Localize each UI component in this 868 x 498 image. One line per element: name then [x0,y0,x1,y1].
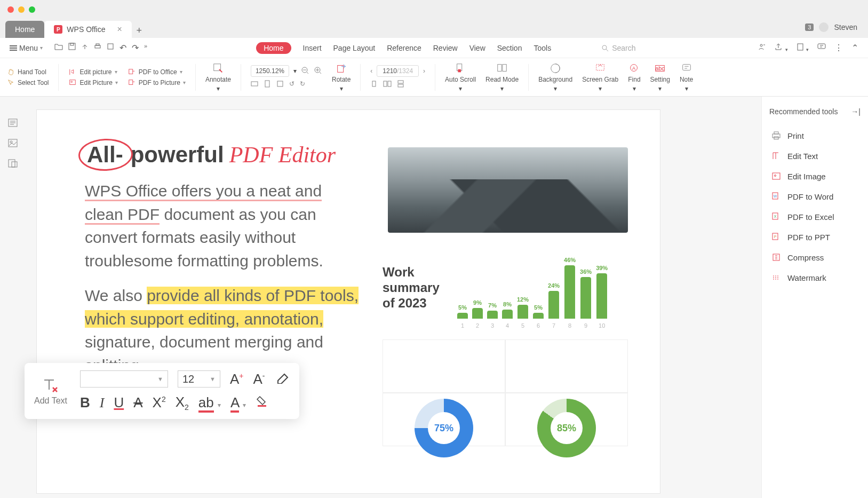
eraser-icon[interactable] [275,371,290,388]
sidebar-item-edit-image[interactable]: Edit Image [769,166,861,186]
rotate-button[interactable]: Rotate▾ [332,62,351,92]
zoom-in-icon[interactable] [314,66,322,76]
sidebar-item-print[interactable]: Print [769,125,861,146]
actual-size-icon[interactable] [276,80,284,89]
strikethrough-icon[interactable]: A [133,394,142,411]
thumbnail-icon[interactable] [7,138,18,150]
share-icon[interactable] [757,43,766,53]
superscript-icon[interactable]: X2 [153,394,166,411]
setting-button[interactable]: abc Setting▾ [650,62,670,92]
sidebar-item-edit-text[interactable]: Edit Text [769,146,861,166]
fit-page-icon[interactable] [264,80,271,89]
clipboard-icon[interactable]: ▾ [797,43,809,53]
highlight-icon[interactable]: ab ▾ [198,394,221,411]
menu-button[interactable]: Menu ▾ [5,42,47,54]
ribbon-review[interactable]: Review [433,44,458,52]
read-mode-button[interactable]: Read Mode▾ [485,62,519,92]
text-edit-toolbar[interactable]: Add Text ▼ 12▼ A+ A- B I U A X2 X2 ab ▾ … [25,363,299,419]
sidebar-item-compress[interactable]: Compress [769,247,861,267]
open-icon[interactable] [54,43,63,53]
upload-icon[interactable]: ▾ [774,43,787,53]
rotate-right-icon[interactable]: ↻ [300,80,305,89]
decrease-font-icon[interactable]: A- [253,371,265,388]
fit-width-icon[interactable] [251,80,258,89]
avatar[interactable] [819,22,829,32]
page-number[interactable]: 1210/1324 [377,65,419,77]
svg-rect-12 [129,80,133,84]
single-page-icon[interactable] [370,80,378,89]
collapse-icon[interactable]: ⌃ [851,43,858,53]
two-page-icon[interactable] [383,80,392,89]
search-box[interactable]: Search [601,44,635,52]
ribbon-reference[interactable]: Reference [387,44,421,52]
outline-icon[interactable] [7,118,18,130]
ribbon-section[interactable]: Section [497,44,522,52]
maximize-window-button[interactable] [29,6,35,13]
svg-rect-52 [258,405,266,407]
prev-page-icon[interactable]: ‹ [370,67,372,75]
next-page-icon[interactable]: › [423,67,425,75]
redo-icon[interactable]: ↷ [132,43,139,53]
svg-rect-34 [682,64,690,70]
auto-scroll-button[interactable]: Auto Scroll▾ [445,62,476,92]
titlebar [0,0,868,19]
fill-color-icon[interactable] [256,394,268,411]
add-text-button[interactable]: Add Text [34,377,67,406]
export-icon[interactable] [81,43,89,53]
font-color-icon[interactable]: A ▾ [230,394,246,411]
sidebar-item-pdf-excel[interactable]: XPDF to Excel [769,207,861,227]
ribbon-tools[interactable]: Tools [533,44,551,52]
svg-point-6 [760,44,762,46]
underline-icon[interactable]: U [114,394,124,411]
ribbon-insert[interactable]: Insert [303,44,322,52]
increase-font-icon[interactable]: A+ [230,371,244,388]
ribbon-home[interactable]: Home [256,42,291,54]
close-window-button[interactable] [7,6,14,13]
document-viewport[interactable]: All- powerful PDF Editor WPS Office offe… [26,97,761,498]
preview-icon[interactable] [107,43,114,53]
select-tool[interactable]: Select Tool [6,79,49,86]
find-button[interactable]: A Find▾ [628,62,640,92]
ribbon-view[interactable]: View [469,44,485,52]
sidebar-item-pdf-word[interactable]: WPDF to Word [769,186,861,207]
edit-picture-2[interactable]: Edit Picture▾ [68,79,117,86]
pdf-to-office[interactable]: PDF to Office▾ [128,68,186,76]
svg-rect-23 [398,81,403,83]
minimize-window-button[interactable] [18,6,25,13]
user-area: 3 Steven [805,22,857,32]
rotate-left-icon[interactable]: ↺ [289,80,294,89]
continuous-icon[interactable] [397,80,404,89]
tab-home[interactable]: Home [5,21,44,38]
new-tab-button[interactable]: + [132,23,147,38]
font-family-select[interactable]: ▼ [80,370,168,388]
annotate-button[interactable]: Annotate▾ [205,62,231,92]
sidebar-item-watermark[interactable]: Watermark [769,267,861,288]
font-size-select[interactable]: 12▼ [178,370,220,388]
hand-tool[interactable]: Hand Tool [6,68,49,76]
close-icon[interactable]: × [117,25,122,34]
pdf-to-picture[interactable]: PDF to Picture▾ [128,79,186,86]
background-button[interactable]: Background▾ [538,62,572,92]
more-quick-icon[interactable]: » [144,43,147,53]
subscript-icon[interactable]: X2 [176,394,189,412]
italic-icon[interactable]: I [100,395,105,411]
print-icon[interactable] [94,43,101,53]
kebab-icon[interactable]: ⋮ [834,43,843,53]
zoom-out-icon[interactable] [301,66,309,76]
svg-rect-4 [108,44,113,49]
attachment-icon[interactable] [7,159,18,170]
user-name[interactable]: Steven [834,23,857,31]
sidebar-item-pdf-ppt[interactable]: PPDF to PPT [769,227,861,247]
edit-picture-1[interactable]: Edit picture▾ [68,68,117,76]
tab-document[interactable]: P WPS Office × [44,21,131,38]
bold-icon[interactable]: B [80,394,90,411]
notification-badge[interactable]: 3 [805,23,814,31]
screen-grab-button[interactable]: Screen Grab▾ [582,62,618,92]
undo-icon[interactable]: ↶ [120,43,126,53]
collapse-sidebar-icon[interactable]: →| [851,107,861,116]
ribbon-page-layout[interactable]: Page Layout [333,44,376,52]
comment-icon[interactable] [817,43,826,53]
note-button[interactable]: Note▾ [680,62,693,92]
save-icon[interactable] [68,43,76,53]
zoom-level[interactable]: 1250.12% [251,65,289,77]
